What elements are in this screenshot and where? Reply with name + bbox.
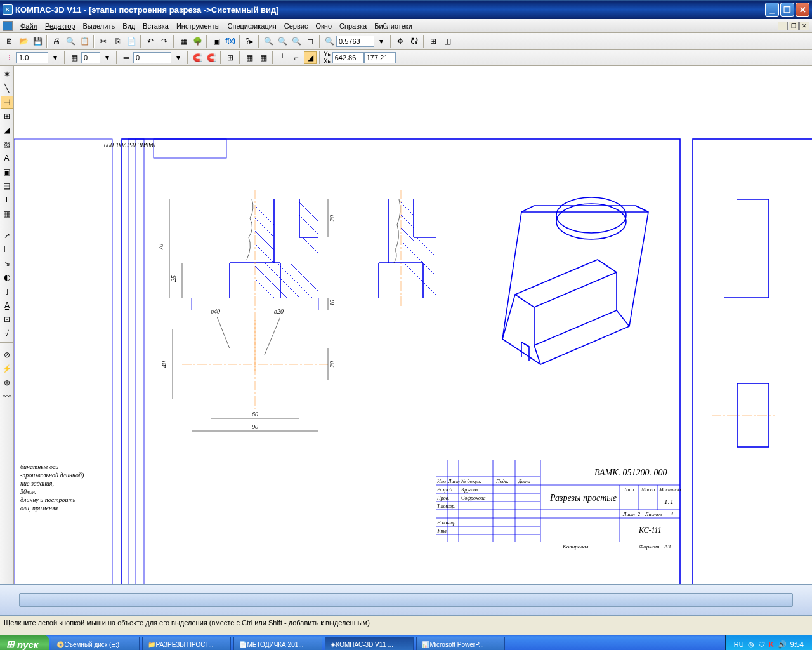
lang-icon[interactable]: RU bbox=[734, 640, 744, 648]
zoomall-button[interactable]: ◻ bbox=[304, 35, 317, 48]
tool-select-icon[interactable]: ▣ bbox=[1, 166, 13, 178]
system-tray[interactable]: RU ◷ 🛡 K 🔊 9:54 bbox=[725, 635, 812, 650]
menu-help[interactable]: Справка bbox=[336, 21, 370, 31]
tray-vol-icon[interactable]: 🔊 bbox=[778, 640, 787, 649]
save-button[interactable]: 💾 bbox=[31, 35, 44, 48]
grid3-button[interactable]: ▦ bbox=[257, 51, 270, 64]
tool-align-icon[interactable]: ⫿ bbox=[1, 285, 13, 298]
menu-file[interactable]: Файл bbox=[16, 21, 41, 31]
clock[interactable]: 9:54 bbox=[790, 640, 804, 648]
tool-tol-icon[interactable]: ⊡ bbox=[1, 313, 13, 326]
zoomdyn-button[interactable]: 🔍 bbox=[276, 35, 289, 48]
menu-libs[interactable]: Библиотеки bbox=[370, 21, 416, 31]
tool-branding-icon[interactable]: ⚡ bbox=[1, 362, 13, 375]
tool-spec-icon[interactable]: ▤ bbox=[1, 180, 13, 192]
tool-edit-icon[interactable]: ◢ bbox=[1, 124, 13, 136]
property-inner[interactable] bbox=[19, 593, 793, 607]
tool-wave-icon[interactable]: 〰 bbox=[1, 390, 13, 403]
pan-button[interactable]: ✥ bbox=[394, 35, 407, 48]
tool-t-icon[interactable]: T bbox=[1, 194, 13, 206]
task-doc[interactable]: 📄 МЕТОДИЧКА 201... bbox=[233, 637, 322, 650]
layer-input[interactable] bbox=[81, 52, 100, 63]
task-kompas[interactable]: ◈ КОМПАС-3D V11 ... bbox=[325, 637, 414, 650]
paste-button[interactable]: 📄 bbox=[125, 35, 138, 48]
help-button[interactable]: ?▸ bbox=[243, 35, 256, 48]
tray-icon2[interactable]: 🛡 bbox=[758, 640, 765, 648]
menu-service[interactable]: Сервис bbox=[280, 21, 312, 31]
menu-view[interactable]: Вид bbox=[119, 21, 139, 31]
close-button[interactable]: ✕ bbox=[796, 3, 809, 17]
menu-spec[interactable]: Спецификация bbox=[224, 21, 280, 31]
round-button[interactable]: ◢ bbox=[304, 51, 317, 64]
task-disk[interactable]: 📀 Съемный диск (E:) bbox=[51, 637, 140, 650]
redo-button[interactable]: ↷ bbox=[158, 35, 171, 48]
menu-select[interactable]: Выделить bbox=[79, 21, 119, 31]
zoom-input[interactable] bbox=[336, 36, 374, 47]
start-button[interactable]: ⊞пуск bbox=[0, 635, 49, 650]
tool-center-icon[interactable]: ⊕ bbox=[1, 376, 13, 389]
step-input[interactable] bbox=[16, 52, 48, 63]
tool-sec-icon[interactable]: ⊢ bbox=[1, 243, 13, 256]
tool-point-icon[interactable]: ✶ bbox=[1, 68, 13, 81]
tool-rough-icon[interactable]: √ bbox=[1, 327, 13, 340]
grid2-button[interactable]: ▦ bbox=[243, 51, 256, 64]
print-button[interactable]: 🖨 bbox=[50, 35, 63, 48]
menu-window[interactable]: Окно bbox=[311, 21, 336, 31]
preview-button[interactable]: 🔍 bbox=[64, 35, 77, 48]
clipboard-button[interactable]: 📋 bbox=[78, 35, 91, 48]
undo-button[interactable]: ↶ bbox=[144, 35, 157, 48]
tool-ldr-icon[interactable]: ↗ bbox=[1, 229, 13, 242]
tool-tbl-icon[interactable]: ▦ bbox=[1, 208, 13, 220]
menu-edit[interactable]: Редактор bbox=[41, 21, 79, 31]
task-folder[interactable]: 📁 РАЗРЕЗЫ ПРОСТ... bbox=[142, 637, 231, 650]
layer-dd[interactable]: ▾ bbox=[101, 51, 114, 64]
refresh-button[interactable]: 🗘 bbox=[408, 35, 421, 48]
snap-button[interactable]: 🧲 bbox=[191, 51, 204, 64]
props-button[interactable]: ▦ bbox=[177, 35, 190, 48]
zoom-dd[interactable]: ▾ bbox=[375, 35, 388, 48]
linestyle-input[interactable] bbox=[133, 52, 171, 63]
newwin-button[interactable]: ◫ bbox=[441, 35, 454, 48]
tray-k-icon[interactable]: K bbox=[769, 640, 774, 648]
mdi-restore[interactable]: ❐ bbox=[789, 22, 799, 30]
tool-view-icon[interactable]: ◐ bbox=[1, 271, 13, 284]
menu-tools[interactable]: Инструменты bbox=[173, 21, 224, 31]
tool-measure-icon[interactable]: A bbox=[1, 152, 13, 164]
zoomwin-button[interactable]: 🔍 bbox=[262, 35, 275, 48]
tool-line-icon[interactable]: ╲ bbox=[1, 82, 13, 95]
copy-button[interactable]: ⎘ bbox=[111, 35, 124, 48]
x-coord[interactable] bbox=[332, 52, 364, 63]
tool-text-icon[interactable]: ⊞ bbox=[1, 110, 13, 123]
new-button[interactable]: 🗎 bbox=[3, 35, 16, 48]
tree-button[interactable]: 🌳 bbox=[191, 35, 204, 48]
task-ppt[interactable]: 📊 Microsoft PowerP... bbox=[416, 637, 505, 650]
snap-off-button[interactable]: 🧲 bbox=[205, 51, 218, 64]
maximize-button[interactable]: ❐ bbox=[780, 3, 794, 17]
mdi-close[interactable]: ✕ bbox=[799, 22, 809, 30]
linestyle-icon[interactable]: ═ bbox=[120, 51, 133, 64]
tool-param-icon[interactable]: ▨ bbox=[1, 138, 13, 150]
mdi-min[interactable]: _ bbox=[778, 22, 788, 30]
step-dd[interactable]: ▾ bbox=[49, 51, 62, 64]
cut-button[interactable]: ✂ bbox=[97, 35, 110, 48]
ortho-button[interactable]: └ bbox=[276, 51, 289, 64]
zoomin-button[interactable]: 🔍 bbox=[323, 35, 336, 48]
tool-mark-icon[interactable]: ⊘ bbox=[1, 348, 13, 361]
tool-arrow-icon[interactable]: ↘ bbox=[1, 257, 13, 270]
linestyle-dd[interactable]: ▾ bbox=[172, 51, 185, 64]
layer-icon[interactable]: ▦ bbox=[68, 51, 81, 64]
tool-dim-icon[interactable]: ⊣ bbox=[1, 96, 13, 109]
open-button[interactable]: 📂 bbox=[17, 35, 30, 48]
drawing-canvas[interactable]: бинатные оси -произвольной длинной) ние … bbox=[14, 66, 812, 584]
y-coord[interactable] bbox=[364, 52, 396, 63]
step-icon[interactable]: ⫶ bbox=[3, 51, 16, 64]
zoomprev-button[interactable]: 🔍 bbox=[290, 35, 303, 48]
vars-button[interactable]: ▣ bbox=[210, 35, 223, 48]
menu-insert[interactable]: Вставка bbox=[139, 21, 173, 31]
fx-button[interactable]: f(x) bbox=[224, 35, 237, 48]
windows-button[interactable]: ⊞ bbox=[427, 35, 440, 48]
tool-base-icon[interactable]: A̲ bbox=[1, 299, 13, 312]
minimize-button[interactable]: _ bbox=[765, 3, 779, 17]
grid-button[interactable]: ⊞ bbox=[224, 51, 237, 64]
mdi-icon[interactable] bbox=[3, 21, 13, 31]
